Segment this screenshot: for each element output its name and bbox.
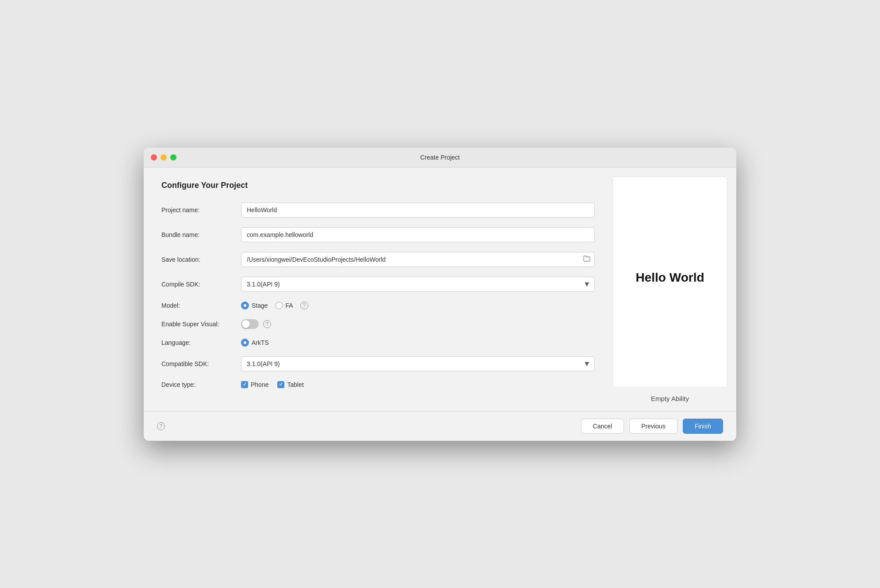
toggle-thumb — [242, 320, 250, 328]
bundle-name-row: Bundle name: — [161, 227, 595, 242]
window-controls — [151, 154, 176, 160]
section-title: Configure Your Project — [161, 181, 595, 190]
language-arkts-radio[interactable] — [241, 339, 249, 347]
super-visual-help-icon[interactable]: ? — [263, 320, 271, 328]
model-label: Model: — [161, 302, 241, 309]
device-type-label: Device type: — [161, 381, 241, 388]
project-name-control — [241, 202, 595, 218]
language-label: Language: — [161, 339, 241, 346]
project-name-label: Project name: — [161, 206, 241, 214]
footer-help-icon[interactable]: ? — [157, 422, 165, 430]
preview-caption: Empty Ability — [612, 388, 727, 411]
bundle-name-label: Bundle name: — [161, 231, 241, 238]
minimize-button[interactable] — [161, 154, 167, 160]
folder-icon[interactable] — [583, 256, 590, 263]
compatible-sdk-row: Compatible SDK: 3.1.0(API 9) 3.0.0(API 8… — [161, 356, 595, 371]
super-visual-row: Enable Super Visual: ? — [161, 319, 595, 329]
bundle-name-control — [241, 227, 595, 242]
device-tablet-item[interactable]: Tablet — [277, 381, 303, 388]
language-arkts-item[interactable]: ArkTS — [241, 339, 595, 347]
device-type-row: Device type: Phone Tablet — [161, 381, 595, 388]
model-fa-radio[interactable] — [275, 302, 283, 309]
project-name-input[interactable] — [241, 202, 595, 218]
footer-right: Cancel Previous Finish — [581, 419, 723, 434]
project-name-row: Project name: — [161, 202, 595, 218]
compatible-sdk-control: 3.1.0(API 9) 3.0.0(API 8) 2.2.0(API 7) ▼ — [241, 356, 595, 371]
save-location-input[interactable] — [241, 252, 595, 267]
save-location-label: Save location: — [161, 256, 241, 263]
dialog-content: Configure Your Project Project name: Bun… — [144, 168, 736, 411]
super-visual-label: Enable Super Visual: — [161, 321, 241, 328]
device-tablet-checkbox[interactable] — [277, 381, 284, 388]
bundle-name-input[interactable] — [241, 227, 595, 242]
right-panel-wrapper: Hello World Empty Ability — [612, 168, 736, 411]
language-arkts-label: ArkTS — [252, 339, 269, 346]
dialog-footer: ? Cancel Previous Finish — [144, 411, 736, 441]
previous-button[interactable]: Previous — [629, 419, 677, 434]
finish-button[interactable]: Finish — [683, 419, 723, 434]
title-bar: Create Project — [144, 148, 736, 168]
create-project-dialog: Create Project Configure Your Project Pr… — [144, 148, 736, 441]
left-panel: Configure Your Project Project name: Bun… — [144, 168, 612, 411]
device-type-group: Phone Tablet — [241, 381, 595, 388]
footer-left: ? — [157, 422, 165, 430]
language-row: Language: ArkTS — [161, 339, 595, 347]
maximize-button[interactable] — [170, 154, 176, 160]
compatible-sdk-label: Compatible SDK: — [161, 360, 241, 367]
cancel-button[interactable]: Cancel — [581, 419, 624, 434]
model-radio-group: Stage FA ? — [241, 302, 595, 309]
model-stage-radio[interactable] — [241, 302, 249, 309]
super-visual-control: ? — [241, 319, 595, 329]
language-control: ArkTS — [241, 339, 595, 347]
model-row: Model: Stage FA ? — [161, 302, 595, 309]
compatible-sdk-select[interactable]: 3.1.0(API 9) 3.0.0(API 8) 2.2.0(API 7) — [241, 356, 595, 371]
model-control: Stage FA ? — [241, 302, 595, 309]
compile-sdk-select[interactable]: 3.1.0(API 9) 3.0.0(API 8) 2.2.0(API 7) — [241, 277, 595, 292]
device-phone-label: Phone — [251, 381, 268, 388]
device-phone-item[interactable]: Phone — [241, 381, 268, 388]
save-location-row: Save location: — [161, 252, 595, 267]
model-stage-label: Stage — [252, 302, 268, 309]
save-location-control — [241, 252, 595, 267]
preview-box: Hello World — [612, 176, 727, 388]
compile-sdk-row: Compile SDK: 3.1.0(API 9) 3.0.0(API 8) 2… — [161, 277, 595, 292]
super-visual-toggle[interactable] — [241, 319, 259, 329]
compile-sdk-label: Compile SDK: — [161, 281, 241, 288]
close-button[interactable] — [151, 154, 157, 160]
window-title: Create Project — [420, 154, 459, 161]
model-stage-item[interactable]: Stage — [241, 302, 268, 309]
device-phone-checkbox[interactable] — [241, 381, 248, 388]
preview-title: Hello World — [635, 271, 704, 285]
super-visual-toggle-group: ? — [241, 319, 595, 329]
device-type-control: Phone Tablet — [241, 381, 595, 388]
model-fa-label: FA — [286, 302, 293, 309]
device-tablet-label: Tablet — [287, 381, 303, 388]
compile-sdk-control: 3.1.0(API 9) 3.0.0(API 8) 2.2.0(API 7) ▼ — [241, 277, 595, 292]
model-fa-item[interactable]: FA — [275, 302, 293, 309]
model-help-icon[interactable]: ? — [300, 302, 308, 309]
